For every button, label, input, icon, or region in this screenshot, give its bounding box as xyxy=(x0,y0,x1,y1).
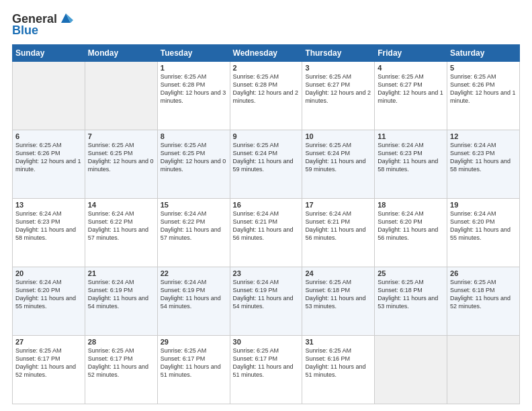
day-info: Sunrise: 6:24 AM Sunset: 6:19 PM Dayligh… xyxy=(161,278,227,311)
day-cell-11: 11Sunrise: 6:24 AM Sunset: 6:23 PM Dayli… xyxy=(375,130,447,199)
logo: General Blue xyxy=(12,12,73,38)
week-row-1: 1Sunrise: 6:25 AM Sunset: 6:28 PM Daylig… xyxy=(13,62,520,130)
day-cell-30: 30Sunrise: 6:25 AM Sunset: 6:17 PM Dayli… xyxy=(230,336,302,404)
day-info: Sunrise: 6:25 AM Sunset: 6:18 PM Dayligh… xyxy=(450,278,517,311)
day-info: Sunrise: 6:25 AM Sunset: 6:16 PM Dayligh… xyxy=(305,347,371,379)
day-number: 12 xyxy=(450,132,517,140)
day-number: 4 xyxy=(378,64,444,72)
empty-cell xyxy=(375,336,447,404)
empty-cell xyxy=(447,336,520,404)
header: General Blue xyxy=(12,12,520,38)
day-info: Sunrise: 6:24 AM Sunset: 6:23 PM Dayligh… xyxy=(378,141,444,174)
day-number: 27 xyxy=(15,338,82,346)
day-info: Sunrise: 6:25 AM Sunset: 6:17 PM Dayligh… xyxy=(88,347,154,379)
day-number: 17 xyxy=(305,201,371,209)
week-row-3: 13Sunrise: 6:24 AM Sunset: 6:23 PM Dayli… xyxy=(13,199,520,267)
day-cell-5: 5Sunrise: 6:25 AM Sunset: 6:26 PM Daylig… xyxy=(447,62,520,130)
day-info: Sunrise: 6:24 AM Sunset: 6:20 PM Dayligh… xyxy=(450,210,517,242)
day-number: 13 xyxy=(15,201,82,209)
day-cell-9: 9Sunrise: 6:25 AM Sunset: 6:24 PM Daylig… xyxy=(230,130,302,199)
weekday-header-tuesday: Tuesday xyxy=(157,45,230,62)
calendar-table: SundayMondayTuesdayWednesdayThursdayFrid… xyxy=(12,44,520,404)
day-number: 14 xyxy=(88,201,154,209)
day-cell-24: 24Sunrise: 6:25 AM Sunset: 6:18 PM Dayli… xyxy=(302,267,375,336)
day-number: 22 xyxy=(161,269,227,277)
day-cell-26: 26Sunrise: 6:25 AM Sunset: 6:18 PM Dayli… xyxy=(447,267,520,336)
week-row-5: 27Sunrise: 6:25 AM Sunset: 6:17 PM Dayli… xyxy=(13,336,520,404)
day-number: 1 xyxy=(161,64,227,72)
day-number: 29 xyxy=(161,338,227,346)
day-info: Sunrise: 6:25 AM Sunset: 6:27 PM Dayligh… xyxy=(305,73,371,105)
day-cell-3: 3Sunrise: 6:25 AM Sunset: 6:27 PM Daylig… xyxy=(302,62,375,130)
day-cell-6: 6Sunrise: 6:25 AM Sunset: 6:26 PM Daylig… xyxy=(13,130,85,199)
week-row-4: 20Sunrise: 6:24 AM Sunset: 6:20 PM Dayli… xyxy=(13,267,520,336)
day-cell-22: 22Sunrise: 6:24 AM Sunset: 6:19 PM Dayli… xyxy=(157,267,230,336)
day-number: 25 xyxy=(378,269,444,277)
day-cell-23: 23Sunrise: 6:24 AM Sunset: 6:19 PM Dayli… xyxy=(230,267,302,336)
weekday-header-sunday: Sunday xyxy=(13,45,85,62)
day-cell-4: 4Sunrise: 6:25 AM Sunset: 6:27 PM Daylig… xyxy=(375,62,447,130)
day-number: 15 xyxy=(161,201,227,209)
day-cell-12: 12Sunrise: 6:24 AM Sunset: 6:23 PM Dayli… xyxy=(447,130,520,199)
day-number: 9 xyxy=(233,132,300,140)
empty-cell xyxy=(13,62,85,130)
day-info: Sunrise: 6:25 AM Sunset: 6:17 PM Dayligh… xyxy=(161,347,227,379)
day-number: 21 xyxy=(88,269,154,277)
day-info: Sunrise: 6:25 AM Sunset: 6:26 PM Dayligh… xyxy=(450,73,517,105)
weekday-header-wednesday: Wednesday xyxy=(230,45,302,62)
day-cell-17: 17Sunrise: 6:24 AM Sunset: 6:21 PM Dayli… xyxy=(302,199,375,267)
day-number: 8 xyxy=(161,132,227,140)
day-info: Sunrise: 6:24 AM Sunset: 6:23 PM Dayligh… xyxy=(15,210,82,242)
day-cell-8: 8Sunrise: 6:25 AM Sunset: 6:25 PM Daylig… xyxy=(157,130,230,199)
day-number: 18 xyxy=(378,201,444,209)
weekday-header-monday: Monday xyxy=(85,45,157,62)
day-cell-29: 29Sunrise: 6:25 AM Sunset: 6:17 PM Dayli… xyxy=(157,336,230,404)
weekday-header-thursday: Thursday xyxy=(302,45,375,62)
day-number: 7 xyxy=(88,132,154,140)
day-info: Sunrise: 6:25 AM Sunset: 6:18 PM Dayligh… xyxy=(378,278,444,311)
day-number: 31 xyxy=(305,338,371,346)
day-info: Sunrise: 6:24 AM Sunset: 6:20 PM Dayligh… xyxy=(15,278,82,311)
day-cell-25: 25Sunrise: 6:25 AM Sunset: 6:18 PM Dayli… xyxy=(375,267,447,336)
weekday-header-saturday: Saturday xyxy=(447,45,520,62)
week-row-2: 6Sunrise: 6:25 AM Sunset: 6:26 PM Daylig… xyxy=(13,130,520,199)
logo-icon xyxy=(58,11,73,26)
day-cell-28: 28Sunrise: 6:25 AM Sunset: 6:17 PM Dayli… xyxy=(85,336,157,404)
day-info: Sunrise: 6:25 AM Sunset: 6:25 PM Dayligh… xyxy=(161,141,227,174)
day-number: 30 xyxy=(233,338,300,346)
day-cell-20: 20Sunrise: 6:24 AM Sunset: 6:20 PM Dayli… xyxy=(13,267,85,336)
day-number: 6 xyxy=(15,132,82,140)
day-cell-10: 10Sunrise: 6:25 AM Sunset: 6:24 PM Dayli… xyxy=(302,130,375,199)
day-number: 3 xyxy=(305,64,371,72)
day-info: Sunrise: 6:25 AM Sunset: 6:26 PM Dayligh… xyxy=(15,141,82,174)
day-info: Sunrise: 6:24 AM Sunset: 6:22 PM Dayligh… xyxy=(88,210,154,242)
day-info: Sunrise: 6:24 AM Sunset: 6:22 PM Dayligh… xyxy=(161,210,227,242)
day-number: 16 xyxy=(233,201,300,209)
day-number: 10 xyxy=(305,132,371,140)
day-info: Sunrise: 6:25 AM Sunset: 6:24 PM Dayligh… xyxy=(233,141,300,174)
day-info: Sunrise: 6:24 AM Sunset: 6:20 PM Dayligh… xyxy=(378,210,444,242)
day-cell-2: 2Sunrise: 6:25 AM Sunset: 6:28 PM Daylig… xyxy=(230,62,302,130)
day-info: Sunrise: 6:25 AM Sunset: 6:18 PM Dayligh… xyxy=(305,278,371,311)
calendar-page: General Blue SundayMondayTuesdayWednesda… xyxy=(0,0,532,411)
day-info: Sunrise: 6:24 AM Sunset: 6:19 PM Dayligh… xyxy=(233,278,300,311)
day-cell-7: 7Sunrise: 6:25 AM Sunset: 6:25 PM Daylig… xyxy=(85,130,157,199)
weekday-header-row: SundayMondayTuesdayWednesdayThursdayFrid… xyxy=(13,45,520,62)
day-cell-21: 21Sunrise: 6:24 AM Sunset: 6:19 PM Dayli… xyxy=(85,267,157,336)
day-info: Sunrise: 6:24 AM Sunset: 6:21 PM Dayligh… xyxy=(305,210,371,242)
day-info: Sunrise: 6:24 AM Sunset: 6:21 PM Dayligh… xyxy=(233,210,300,242)
day-info: Sunrise: 6:25 AM Sunset: 6:25 PM Dayligh… xyxy=(88,141,154,174)
day-info: Sunrise: 6:25 AM Sunset: 6:17 PM Dayligh… xyxy=(233,347,300,379)
day-number: 26 xyxy=(450,269,517,277)
day-number: 20 xyxy=(15,269,82,277)
day-number: 11 xyxy=(378,132,444,140)
day-cell-14: 14Sunrise: 6:24 AM Sunset: 6:22 PM Dayli… xyxy=(85,199,157,267)
day-cell-13: 13Sunrise: 6:24 AM Sunset: 6:23 PM Dayli… xyxy=(13,199,85,267)
empty-cell xyxy=(85,62,157,130)
day-info: Sunrise: 6:25 AM Sunset: 6:17 PM Dayligh… xyxy=(15,347,82,379)
day-cell-15: 15Sunrise: 6:24 AM Sunset: 6:22 PM Dayli… xyxy=(157,199,230,267)
day-number: 24 xyxy=(305,269,371,277)
day-cell-1: 1Sunrise: 6:25 AM Sunset: 6:28 PM Daylig… xyxy=(157,62,230,130)
day-info: Sunrise: 6:25 AM Sunset: 6:28 PM Dayligh… xyxy=(233,73,300,105)
day-info: Sunrise: 6:24 AM Sunset: 6:23 PM Dayligh… xyxy=(450,141,517,174)
